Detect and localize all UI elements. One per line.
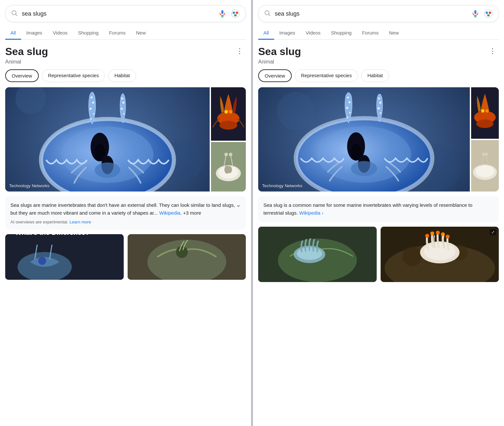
svg-point-20 [90,108,91,110]
side-images-right [471,87,499,192]
tab-videos-left[interactable]: Videos [48,27,73,40]
svg-point-85 [476,165,495,178]
side-image-top-left[interactable] [211,87,246,141]
svg-point-29 [95,163,120,178]
mic-icon-right[interactable] [471,9,480,18]
expand-icon-left[interactable]: ⌄ [236,201,241,208]
svg-rect-2 [221,10,224,14]
wikipedia-link-right[interactable]: Wikipedia › [299,210,323,216]
svg-point-97 [424,243,455,260]
kp-entity-title-left: Sea slug [5,46,48,58]
svg-point-75 [378,97,380,99]
mic-icon-left[interactable] [218,9,227,18]
svg-point-102 [445,234,449,238]
image-caption-right: Technology Networks [262,183,302,188]
side-image-bottom-right[interactable] [471,140,499,192]
desc-box-right: Sea slug is a common name for some marin… [258,196,499,222]
desc-text-left: Sea slugs are marine invertebrates that … [10,201,241,217]
main-sea-slug-image-left[interactable]: Technology Networks [5,87,210,192]
kp-more-options-right[interactable]: ⋮ [486,46,499,57]
svg-point-87 [484,152,488,156]
search-bar-left[interactable]: sea slugs [5,5,246,22]
svg-point-21 [92,102,94,104]
svg-point-58 [487,13,489,15]
side-image-bottom-left[interactable] [211,142,246,192]
bottom-img-2-left[interactable] [128,234,246,280]
search-bar-right[interactable]: sea slugs [258,5,499,22]
tab-all-right[interactable]: All [258,27,274,40]
chip-overview-left[interactable]: Overview [5,69,39,82]
svg-point-9 [234,13,236,15]
image-area-left[interactable]: Technology Networks [5,87,246,192]
svg-point-94 [402,247,422,266]
bottom-img-1-left[interactable]: What's the Difference? [5,234,124,280]
svg-line-50 [269,14,270,16]
svg-point-18 [95,144,105,160]
svg-point-69 [348,101,350,103]
nav-tabs-left: All Images Videos Shopping Forums New [5,27,246,40]
side-image-top-right[interactable] [471,87,499,139]
svg-rect-51 [474,10,477,14]
lens-icon-right[interactable] [483,9,493,19]
main-sea-slug-image-right[interactable]: Technology Networks [258,87,470,192]
bottom-img-1-right[interactable] [258,227,377,282]
desc-suffix-left: +3 more [183,210,201,216]
learn-more-link-left[interactable]: Learn more [69,220,91,224]
tab-videos-right[interactable]: Videos [301,27,326,40]
tab-shopping-right[interactable]: Shopping [326,27,357,40]
sea-slug-svg-left [5,87,210,192]
kp-entity-subtitle-left: Animal [5,59,48,65]
svg-point-26 [122,102,124,104]
chip-overview-right[interactable]: Overview [258,69,292,82]
kp-more-options-left[interactable]: ⋮ [233,46,246,57]
svg-point-99 [430,232,434,235]
tab-new-right[interactable]: New [384,27,404,40]
svg-point-33 [229,110,232,114]
chip-rep-species-right[interactable]: Representative species [295,69,358,82]
svg-point-73 [378,107,380,109]
chip-habitat-left[interactable]: Habitat [108,69,136,82]
chip-rep-species-left[interactable]: Representative species [42,69,105,82]
svg-point-25 [121,108,123,110]
svg-point-81 [485,109,489,113]
bottom-images-left: What's the Difference? [5,234,246,280]
svg-point-38 [224,153,228,156]
tab-shopping-left[interactable]: Shopping [73,27,104,40]
chip-habitat-right[interactable]: Habitat [361,69,389,82]
tab-forums-right[interactable]: Forums [357,27,384,40]
tab-images-left[interactable]: Images [21,27,48,40]
svg-point-23 [93,113,94,115]
bottom-img-2-right[interactable]: ⤢ [381,227,499,282]
search-query-right[interactable]: sea slugs [275,10,471,17]
expand-image-icon-right[interactable]: ⤢ [490,229,496,235]
tab-all-left[interactable]: All [5,27,21,40]
lens-icon-left[interactable] [231,9,240,19]
wikipedia-link-left[interactable]: Wikipedia, [159,210,182,216]
ai-note-left: AI overviews are experimental. Learn mor… [10,220,241,224]
image-area-right[interactable]: Technology Networks [258,87,499,192]
tab-images-right[interactable]: Images [274,27,301,40]
svg-point-98 [425,234,429,238]
svg-point-34 [219,121,237,130]
svg-point-77 [351,161,377,176]
svg-point-82 [476,120,494,128]
kp-title-right: Sea slug Animal [258,46,301,69]
svg-point-45 [38,257,46,265]
desc-box-left: ⌄ Sea slugs are marine invertebrates tha… [5,196,246,230]
svg-point-32 [224,110,228,114]
kp-header-right: Sea slug Animal ⋮ [258,46,499,69]
tab-forums-left[interactable]: Forums [104,27,131,40]
search-query-left[interactable]: sea slugs [22,10,218,17]
kp-entity-subtitle-right: Animal [258,59,301,65]
image-caption-left: Technology Networks [9,183,49,188]
svg-point-27 [121,97,123,99]
svg-point-100 [436,231,440,234]
right-panel: sea slugs All Images Videos Shopping For… [253,0,504,426]
tab-new-left[interactable]: New [131,27,151,40]
svg-point-101 [441,232,445,236]
chips-row-left: Overview Representative species Habitat [5,69,246,82]
svg-point-80 [481,109,485,113]
svg-point-76 [380,112,381,114]
svg-point-71 [349,112,351,113]
desc-text-right: Sea slug is a common name for some marin… [263,201,494,217]
